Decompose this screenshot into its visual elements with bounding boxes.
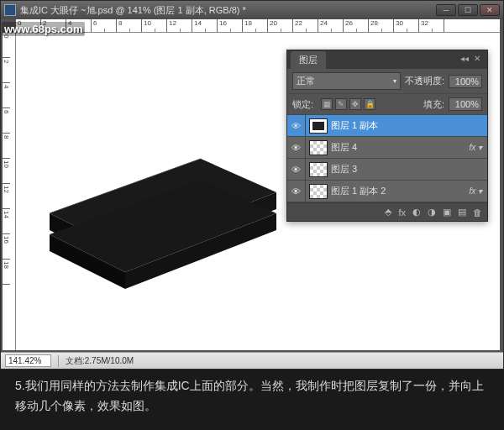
ruler-vertical: 024681012141618 bbox=[3, 33, 16, 350]
lock-pixels-icon[interactable]: ✎ bbox=[335, 98, 347, 110]
window-controls: ─ ☐ ✕ bbox=[436, 4, 500, 16]
ruler-tick: 2 bbox=[3, 58, 10, 83]
tutorial-caption: 5.我们用同样的方法去制作集成IC上面的部分。当然，我制作时把图层复制了一份，并… bbox=[15, 376, 489, 417]
ruler-tick: 24 bbox=[318, 19, 344, 32]
statusbar: 141.42% 文档:2.75M/10.0M bbox=[1, 352, 503, 369]
lock-icons: ▦ ✎ ✥ 🔒 bbox=[321, 98, 375, 110]
blend-mode-dropdown[interactable]: 正常 ▾ bbox=[292, 72, 401, 90]
ruler-tick: 8 bbox=[117, 19, 142, 32]
layer-group-icon[interactable]: ▣ bbox=[443, 207, 451, 218]
ruler-tick: 18 bbox=[3, 260, 10, 285]
ruler-tick: 16 bbox=[3, 234, 10, 260]
panel-close-icon[interactable]: ✕ bbox=[474, 54, 484, 64]
ps-icon bbox=[4, 4, 16, 16]
visibility-toggle[interactable]: 👁 bbox=[287, 137, 306, 158]
layer-style-icon[interactable]: fx bbox=[398, 207, 406, 218]
layer-item[interactable]: 👁图层 4fx ▾ bbox=[287, 137, 487, 159]
layer-item[interactable]: 👁图层 1 副本 2fx ▾ bbox=[287, 181, 487, 202]
layers-panel-footer: ⬘ fx ◐ ◑ ▣ ▤ 🗑 bbox=[287, 202, 487, 221]
ruler-tick: 22 bbox=[293, 19, 318, 32]
new-layer-icon[interactable]: ▤ bbox=[458, 207, 466, 218]
zoom-field[interactable]: 141.42% bbox=[5, 354, 51, 367]
ruler-tick: 30 bbox=[394, 19, 419, 32]
chevron-down-icon: ▾ bbox=[393, 77, 396, 85]
3d-shape bbox=[41, 134, 285, 302]
fx-badge: fx ▾ bbox=[469, 143, 482, 152]
tab-layers[interactable]: 图层 bbox=[291, 51, 326, 69]
doc-size: 文档:2.75M/10.0M bbox=[58, 355, 134, 367]
layer-name: 图层 4 bbox=[331, 141, 469, 154]
fill-label: 填充: bbox=[423, 98, 444, 111]
ruler-tick: 28 bbox=[369, 19, 394, 32]
layer-name: 图层 1 副本 bbox=[331, 119, 487, 132]
ruler-tick: 4 bbox=[3, 83, 10, 108]
ruler-tick: 12 bbox=[167, 19, 192, 32]
lock-transparency-icon[interactable]: ▦ bbox=[321, 98, 333, 110]
watermark: www.68ps.com bbox=[2, 22, 85, 36]
ruler-tick: 18 bbox=[243, 19, 268, 32]
fill-field[interactable]: 100% bbox=[449, 97, 482, 111]
fx-badge: fx ▾ bbox=[469, 186, 482, 196]
lock-position-icon[interactable]: ✥ bbox=[349, 98, 361, 110]
blend-mode-value: 正常 bbox=[297, 75, 315, 87]
layers-panel: 图层 ◂◂ ✕ 正常 ▾ 不透明度: 100% 锁定: ▦ ✎ ✥ 🔒 填充: bbox=[286, 50, 488, 222]
ruler-tick: 14 bbox=[3, 209, 10, 234]
delete-layer-icon[interactable]: 🗑 bbox=[473, 207, 482, 218]
ruler-tick: 12 bbox=[3, 184, 10, 209]
layer-name: 图层 1 副本 2 bbox=[331, 185, 469, 197]
layer-thumbnail bbox=[309, 140, 328, 155]
minimize-button[interactable]: ─ bbox=[436, 4, 456, 16]
blend-opacity-row: 正常 ▾ 不透明度: 100% bbox=[287, 69, 487, 94]
titlebar: 集成IC 大眼仔 ~旭.psd @ 141% (图层 1 副本, RGB/8) … bbox=[1, 1, 503, 19]
visibility-toggle[interactable]: 👁 bbox=[287, 159, 306, 180]
ruler-tick: 10 bbox=[3, 159, 10, 184]
ruler-tick: 20 bbox=[268, 19, 293, 32]
link-layers-icon[interactable]: ⬘ bbox=[385, 207, 391, 218]
lock-label: 锁定: bbox=[292, 98, 313, 111]
ruler-tick: 6 bbox=[92, 19, 117, 32]
layer-item[interactable]: 👁图层 1 副本 bbox=[287, 115, 487, 137]
lock-fill-row: 锁定: ▦ ✎ ✥ 🔒 填充: 100% bbox=[287, 94, 487, 115]
layer-item[interactable]: 👁图层 3 bbox=[287, 159, 487, 181]
layer-thumbnail bbox=[309, 162, 328, 177]
layer-list: 👁图层 1 副本👁图层 4fx ▾👁图层 3👁图层 1 副本 2fx ▾ bbox=[287, 115, 487, 202]
visibility-toggle[interactable]: 👁 bbox=[287, 181, 306, 202]
adjustment-layer-icon[interactable]: ◑ bbox=[428, 207, 436, 218]
opacity-label: 不透明度: bbox=[405, 75, 444, 87]
layer-thumbnail bbox=[309, 184, 328, 199]
close-button[interactable]: ✕ bbox=[480, 4, 500, 16]
ruler-tick: 0 bbox=[3, 33, 10, 58]
ruler-tick: 16 bbox=[218, 19, 243, 32]
layer-thumbnail bbox=[309, 118, 328, 134]
visibility-toggle[interactable]: 👁 bbox=[287, 115, 306, 136]
lock-all-icon[interactable]: 🔒 bbox=[364, 98, 375, 110]
app-window: 集成IC 大眼仔 ~旭.psd @ 141% (图层 1 副本, RGB/8) … bbox=[0, 0, 504, 370]
ruler-tick: 6 bbox=[3, 108, 10, 134]
panel-tabbar: 图层 ◂◂ ✕ bbox=[287, 50, 487, 69]
ruler-tick: 26 bbox=[344, 19, 369, 32]
ruler-tick: 10 bbox=[142, 19, 167, 32]
ruler-tick: 32 bbox=[419, 19, 444, 32]
layer-mask-icon[interactable]: ◐ bbox=[412, 207, 421, 218]
layer-name: 图层 3 bbox=[331, 163, 487, 176]
opacity-field[interactable]: 100% bbox=[449, 75, 482, 88]
ruler-horizontal: 02468101214161820222426283032 bbox=[16, 19, 500, 33]
ruler-tick: 14 bbox=[192, 19, 218, 32]
panel-collapse-icon[interactable]: ◂◂ bbox=[460, 54, 470, 64]
ruler-tick: 8 bbox=[3, 134, 10, 159]
maximize-button[interactable]: ☐ bbox=[458, 4, 478, 16]
document-title: 集成IC 大眼仔 ~旭.psd @ 141% (图层 1 副本, RGB/8) … bbox=[20, 4, 436, 17]
